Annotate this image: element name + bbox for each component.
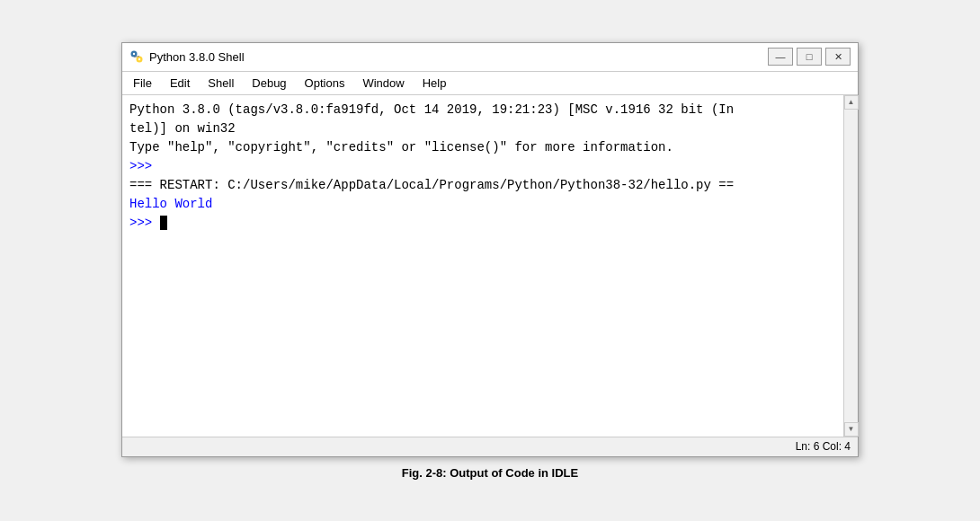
menu-options[interactable]: Options [301, 75, 349, 92]
menu-debug[interactable]: Debug [248, 75, 290, 92]
figure-caption: Fig. 2-8: Output of Code in IDLE [402, 466, 578, 480]
svg-point-3 [138, 58, 140, 60]
menu-help[interactable]: Help [419, 75, 450, 92]
scroll-up-button[interactable]: ▲ [844, 95, 859, 110]
scroll-down-button[interactable]: ▼ [844, 422, 859, 437]
close-button[interactable]: ✕ [825, 48, 851, 66]
scrollbar[interactable]: ▲ ▼ [843, 95, 858, 437]
status-bar: Ln: 6 Col: 4 [122, 437, 858, 456]
window-title: Python 3.8.0 Shell [149, 50, 245, 64]
shell-line-1: Python 3.8.0 (tags/v3.8.0:fa919fd, Oct 1… [129, 101, 836, 119]
shell-line-2: tel)] on win32 [129, 119, 836, 138]
menu-edit[interactable]: Edit [166, 75, 193, 92]
shell-content[interactable]: Python 3.8.0 (tags/v3.8.0:fa919fd, Oct 1… [122, 95, 843, 437]
minimize-button[interactable]: — [768, 48, 793, 66]
cursor [160, 216, 167, 230]
python-icon [129, 49, 144, 64]
svg-point-2 [133, 53, 135, 55]
window-controls: — □ ✕ [768, 48, 851, 66]
shell-wrapper: Python 3.8.0 (tags/v3.8.0:fa919fd, Oct 1… [122, 95, 858, 437]
menu-shell[interactable]: Shell [204, 75, 237, 92]
menu-bar: File Edit Shell Debug Options Window Hel… [122, 72, 858, 95]
shell-line-4: >>> [129, 157, 836, 176]
outer-wrapper: Python 3.8.0 Shell — □ ✕ File Edit Shell… [121, 42, 859, 480]
restore-button[interactable]: □ [797, 48, 822, 66]
menu-file[interactable]: File [129, 75, 156, 92]
scrollbar-track[interactable] [844, 110, 858, 422]
shell-line-3: Type "help", "copyright", "credits" or "… [129, 138, 836, 157]
title-bar-left: Python 3.8.0 Shell [129, 49, 245, 64]
idle-window: Python 3.8.0 Shell — □ ✕ File Edit Shell… [121, 42, 859, 457]
shell-line-hello: Hello World [129, 195, 836, 214]
shell-line-prompt: >>> [129, 214, 836, 233]
title-bar: Python 3.8.0 Shell — □ ✕ [122, 43, 858, 72]
status-text: Ln: 6 Col: 4 [796, 440, 851, 453]
menu-window[interactable]: Window [359, 75, 407, 92]
shell-line-5: === RESTART: C:/Users/mike/AppData/Local… [129, 176, 836, 195]
